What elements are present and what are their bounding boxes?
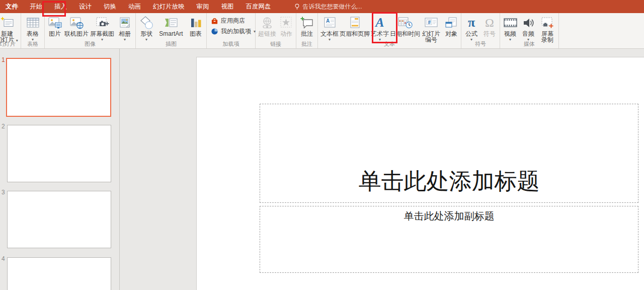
tab-animations[interactable]: 动画 — [122, 0, 147, 13]
smartart-button[interactable]: SmartArt — [156, 14, 186, 37]
slide-thumbnail-1[interactable] — [6, 58, 111, 117]
group-label-symbols: 符号 — [461, 40, 500, 48]
title-placeholder-text: 单击此处添加标题 — [359, 166, 540, 196]
new-slide-button[interactable]: 新建 幻灯片 ▾ — [0, 14, 20, 44]
comment-label: 批注 — [301, 31, 313, 37]
photo-album-button[interactable]: 相册 ▾ — [115, 14, 134, 42]
date-time-button[interactable]: 日期和时间 — [390, 14, 420, 37]
tab-view[interactable]: 视图 — [215, 0, 240, 13]
slide-thumbnail-panel[interactable]: 1 2 3 4 — [0, 49, 120, 290]
shapes-label: 形状 — [140, 31, 152, 37]
svg-text:A: A — [326, 18, 330, 24]
picture-icon — [48, 15, 62, 31]
chart-button[interactable]: 图表 — [186, 14, 205, 37]
ribbon-group-illustrations: 形状 ▾ SmartArt 图表 插图 — [136, 13, 207, 48]
slide-thumbnail-3[interactable] — [7, 191, 111, 248]
equation-label: 公式 — [465, 31, 477, 37]
hyperlink-icon — [260, 15, 274, 31]
table-button[interactable]: 表格 ▾ — [22, 14, 43, 42]
ribbon-group-links: 超链接 动作 链接 — [256, 13, 296, 48]
smartart-icon — [164, 15, 178, 31]
header-footer-button[interactable]: 页眉和页脚 — [340, 14, 369, 37]
group-label-illustrations: 插图 — [136, 40, 206, 48]
ribbon-group-images: 图片 联机图片 屏幕截图 ▾ 相册 ▾ 图像 — [45, 13, 136, 48]
screenshot-label: 屏幕截图 — [90, 31, 114, 37]
video-icon — [503, 15, 518, 31]
slide-number-4: 4 — [2, 255, 5, 262]
equation-button[interactable]: π 公式 ▾ — [462, 14, 480, 42]
chart-label: 图表 — [190, 31, 202, 37]
audio-label: 音频 — [522, 31, 534, 37]
slide-number-1: 1 — [2, 56, 5, 63]
ribbon-group-table: 表格 ▾ 表格 — [21, 13, 45, 48]
wordart-button[interactable]: A 艺术字 ▾ — [369, 14, 390, 42]
slide-number-icon: # — [424, 15, 438, 31]
tab-review[interactable]: 审阅 — [191, 0, 215, 13]
action-icon — [280, 15, 293, 31]
hyperlink-button: 超链接 — [257, 14, 278, 37]
group-label-text: 文本 — [318, 40, 461, 48]
my-addins-button[interactable]: 我的加载项 ▾ — [211, 27, 251, 36]
lightbulb-icon — [294, 4, 300, 10]
comment-button[interactable]: 批注 — [297, 14, 316, 37]
chart-icon — [189, 15, 203, 31]
app-store-button[interactable]: 应用商店 — [211, 17, 251, 25]
slide-thumbnail-2[interactable] — [7, 125, 111, 182]
textbox-button[interactable]: A 文本框 ▾ — [319, 14, 340, 42]
slide-thumbnail-4[interactable] — [7, 257, 111, 290]
slide-number-button[interactable]: # 幻灯片 编号 — [420, 14, 443, 43]
tell-me-box[interactable]: 告诉我您想要做什么... — [294, 0, 362, 13]
title-placeholder[interactable]: 单击此处添加标题 — [260, 104, 638, 203]
screen-recording-button[interactable]: 屏幕 录制 — [537, 14, 557, 43]
audio-button[interactable]: 音频 ▾ — [519, 14, 537, 42]
slide-number-3: 3 — [2, 189, 5, 196]
new-slide-icon — [0, 15, 14, 31]
group-label-comments: 批注 — [296, 40, 317, 48]
ribbon-group-comments: 批注 批注 — [296, 13, 318, 48]
ribbon-tab-bar: 文件 开始 插入 设计 切换 动画 幻灯片放映 审阅 视图 百度网盘 告诉我您想… — [0, 0, 644, 13]
tab-baidu-netdisk[interactable]: 百度网盘 — [240, 0, 277, 13]
online-pictures-icon — [69, 15, 84, 31]
header-footer-label: 页眉和页脚 — [340, 31, 370, 37]
ribbon-group-symbols: π 公式 ▾ Ω 符号 符号 — [461, 13, 500, 48]
tab-insert[interactable]: 插入 — [48, 0, 73, 13]
symbol-label: 符号 — [484, 31, 496, 37]
picture-button[interactable]: 图片 — [46, 14, 64, 37]
date-time-label: 日期和时间 — [390, 31, 420, 37]
tab-file[interactable]: 文件 — [0, 0, 24, 13]
svg-text:#: # — [428, 20, 431, 25]
wordart-label: 艺术字 — [371, 31, 389, 37]
tab-transitions[interactable]: 切换 — [98, 0, 122, 13]
video-button[interactable]: 视频 ▾ — [501, 14, 519, 42]
slide-number-2: 2 — [2, 123, 5, 130]
subtitle-placeholder[interactable]: 单击此处添加副标题 — [260, 206, 638, 273]
photo-album-label: 相册 — [119, 31, 131, 37]
ribbon-group-media: 视频 ▾ 音频 ▾ 屏幕 录制 媒体 — [500, 13, 559, 48]
app-store-label: 应用商店 — [221, 17, 245, 25]
screen-recording-icon — [541, 15, 554, 31]
audio-icon — [522, 15, 535, 31]
group-label-addins: 加载项 — [207, 40, 255, 48]
screenshot-icon — [96, 15, 109, 31]
group-label-links: 链接 — [256, 40, 296, 48]
ribbon-group-text: A 文本框 ▾ 页眉和页脚 A 艺术字 ▾ 日期和时间 # 幻灯片 — [318, 13, 461, 48]
tab-design[interactable]: 设计 — [73, 0, 98, 13]
shapes-button[interactable]: 形状 ▾ — [137, 14, 156, 42]
tab-slideshow[interactable]: 幻灯片放映 — [147, 0, 191, 13]
online-pictures-button[interactable]: 联机图片 — [64, 14, 89, 37]
wordart-icon: A — [375, 15, 384, 31]
my-addins-label: 我的加载项 — [221, 27, 251, 36]
workspace: 1 2 3 4 单击此处添加标题 单击此处添加副标题 — [0, 49, 644, 290]
ribbon-group-addins: 应用商店 我的加载项 ▾ 加载项 — [207, 13, 256, 48]
ribbon-group-slides: 新建 幻灯片 ▾ 幻灯片 — [0, 13, 21, 48]
table-icon — [26, 15, 40, 31]
textbox-icon: A — [323, 15, 337, 31]
slide-canvas[interactable]: 单击此处添加标题 单击此处添加副标题 — [196, 57, 644, 290]
screenshot-button[interactable]: 屏幕截图 ▾ — [89, 14, 115, 42]
app-store-icon — [211, 17, 218, 25]
object-button[interactable]: 对象 — [443, 14, 460, 37]
object-icon — [445, 15, 458, 31]
tab-home[interactable]: 开始 — [24, 0, 48, 13]
my-addins-icon — [211, 28, 218, 35]
object-label: 对象 — [445, 31, 457, 37]
